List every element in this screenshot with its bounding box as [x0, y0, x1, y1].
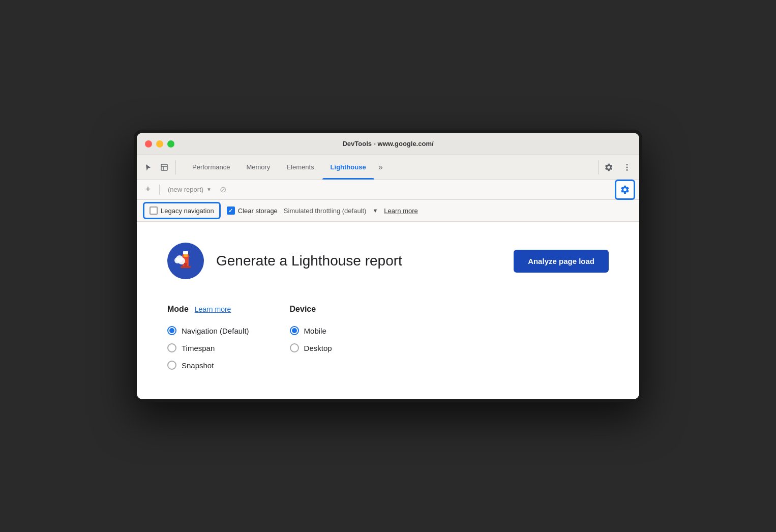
mode-header: Mode Learn more: [167, 305, 249, 314]
tab-performance[interactable]: Performance: [184, 155, 238, 180]
tab-bar-right: [601, 159, 635, 175]
svg-point-13: [178, 257, 185, 264]
tab-items: Performance Memory Elements Lighthouse »: [184, 155, 596, 180]
minimize-button[interactable]: [156, 140, 163, 147]
svg-rect-10: [183, 251, 188, 254]
device-option-group: Device Mobile Desktop: [290, 305, 332, 374]
navigation-option[interactable]: Navigation (Default): [167, 322, 249, 339]
legacy-navigation-checkbox[interactable]: Legacy navigation: [143, 202, 221, 219]
add-report-button[interactable]: +: [141, 183, 155, 197]
clear-storage-checkbox[interactable]: [227, 206, 235, 215]
desktop-label: Desktop: [304, 344, 332, 352]
fullscreen-button[interactable]: [167, 140, 174, 147]
clear-storage-label: Clear storage: [238, 207, 278, 215]
legacy-nav-label: Legacy navigation: [161, 207, 214, 215]
window-title: DevTools - www.google.com/: [342, 140, 433, 147]
dropdown-arrow-icon: ▼: [206, 187, 212, 192]
timespan-option[interactable]: Timespan: [167, 339, 249, 357]
svg-rect-15: [181, 266, 191, 268]
legacy-nav-checkbox-input[interactable]: [150, 206, 158, 215]
inspect-icon[interactable]: [157, 160, 171, 174]
navigation-radio[interactable]: [167, 326, 176, 335]
snapshot-radio[interactable]: [167, 361, 176, 370]
throttling-arrow-icon: ▼: [372, 208, 378, 214]
report-dropdown[interactable]: (new report) ▼: [164, 184, 216, 195]
more-options-button[interactable]: [619, 159, 635, 175]
clear-storage-option[interactable]: Clear storage: [227, 202, 278, 219]
tab-icons: [141, 160, 178, 174]
svg-point-3: [626, 164, 628, 165]
mobile-option[interactable]: Mobile: [290, 322, 332, 339]
highlighted-settings-button[interactable]: [615, 180, 635, 200]
tab-bar-separator: [598, 160, 599, 174]
throttling-learn-more-link[interactable]: Learn more: [384, 207, 417, 215]
snapshot-label: Snapshot: [182, 361, 214, 370]
window-content: DevTools - www.google.com/: [137, 133, 639, 399]
mobile-radio-inner: [292, 328, 297, 333]
tab-elements[interactable]: Elements: [278, 155, 322, 180]
device-header: Device: [290, 305, 332, 314]
desktop-radio[interactable]: [290, 343, 299, 352]
tab-icon-separator: [175, 160, 176, 174]
report-title: Generate a Lighthouse report: [216, 253, 501, 269]
devtools-window: DevTools - www.google.com/: [134, 130, 642, 402]
tab-bar: Performance Memory Elements Lighthouse »: [137, 155, 639, 180]
secondary-toolbar: + (new report) ▼ ⊘: [137, 180, 639, 200]
desktop-option[interactable]: Desktop: [290, 339, 332, 357]
timespan-radio[interactable]: [167, 343, 176, 352]
settings-icon-button[interactable]: [601, 159, 617, 175]
svg-rect-9: [184, 254, 188, 257]
mobile-radio[interactable]: [290, 326, 299, 335]
svg-point-4: [626, 166, 628, 168]
timespan-label: Timespan: [182, 344, 215, 352]
main-content: Generate a Lighthouse report Analyze pag…: [137, 222, 639, 399]
mode-learn-more-link[interactable]: Learn more: [195, 305, 231, 313]
tab-lighthouse[interactable]: Lighthouse: [322, 155, 374, 180]
mode-option-group: Mode Learn more Navigation (Default) Tim…: [167, 305, 249, 374]
toolbar-separator: [159, 185, 160, 195]
more-tabs-button[interactable]: »: [374, 155, 387, 180]
report-header: Generate a Lighthouse report Analyze pag…: [167, 243, 609, 279]
tab-memory[interactable]: Memory: [238, 155, 278, 180]
toolbar-right: [615, 180, 635, 200]
navigation-label: Navigation (Default): [182, 327, 249, 335]
svg-rect-14: [184, 263, 187, 266]
svg-rect-0: [161, 164, 167, 170]
close-button[interactable]: [145, 140, 152, 147]
mode-title: Mode: [167, 305, 189, 314]
mobile-label: Mobile: [304, 327, 326, 335]
traffic-lights: [145, 140, 174, 147]
throttling-label: Simulated throttling (default): [284, 207, 367, 215]
device-title: Device: [290, 305, 316, 314]
title-bar: DevTools - www.google.com/: [137, 133, 639, 155]
cursor-icon[interactable]: [141, 160, 155, 174]
snapshot-option[interactable]: Snapshot: [167, 357, 249, 374]
navigation-radio-inner: [169, 328, 174, 333]
lighthouse-logo: [167, 243, 204, 279]
block-icon: ⊘: [220, 185, 226, 194]
options-bar: Legacy navigation Clear storage Simulate…: [137, 200, 639, 222]
svg-point-5: [626, 169, 628, 170]
analyze-page-load-button[interactable]: Analyze page load: [514, 250, 609, 273]
options-section: Mode Learn more Navigation (Default) Tim…: [167, 305, 609, 374]
